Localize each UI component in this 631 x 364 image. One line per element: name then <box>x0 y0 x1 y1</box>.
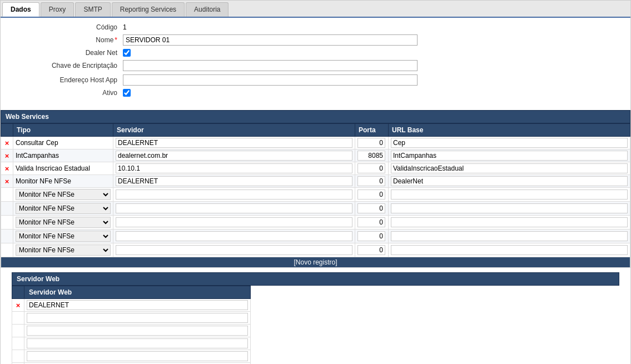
codigo-value: 1 <box>123 23 127 31</box>
ws-tipo-cell: Monitor NFe NFSe <box>13 188 113 202</box>
dealernet-row: Dealer Net <box>12 49 619 57</box>
ws-servidor-cell <box>113 216 355 230</box>
chave-label: Chave de Encriptação <box>12 62 123 69</box>
tab-bar: Dados Proxy SMTP Reporting Services Audi… <box>1 1 630 18</box>
sw-remove-cell <box>12 337 24 350</box>
sw-remove-cell <box>12 325 24 337</box>
sw-value-cell <box>24 312 251 325</box>
sw-table-row <box>12 312 251 325</box>
form-area: Código 1 Nome* Dealer Net Chave de Encri… <box>1 18 630 106</box>
ws-url-cell <box>389 162 630 175</box>
ws-url-input[interactable] <box>391 231 628 241</box>
ws-tipo-cell: Monitor NFe NFSe <box>13 175 113 188</box>
chave-input[interactable] <box>123 60 418 71</box>
ws-url-input[interactable] <box>391 203 628 213</box>
ws-url-input[interactable] <box>391 190 628 200</box>
ws-table-row: Monitor NFe NFSe <box>1 216 630 230</box>
sw-col-servidor: Servidor Web <box>24 286 251 299</box>
ws-table-row: Monitor NFe NFSe <box>1 202 630 216</box>
ws-porta-input[interactable] <box>357 151 385 161</box>
servidor-web-header: Servidor Web <box>12 272 619 286</box>
codigo-label: Código <box>12 23 123 31</box>
ws-url-input[interactable] <box>391 176 628 186</box>
servidor-web-table: Servidor Web ×[Novo registro] <box>12 286 251 364</box>
sw-remove-cell <box>12 350 24 363</box>
sw-value-cell <box>24 299 251 312</box>
ws-url-cell <box>389 216 630 230</box>
ws-url-cell <box>389 137 630 149</box>
sw-value-input[interactable] <box>27 313 248 323</box>
ws-servidor-cell <box>113 175 355 188</box>
sw-value-input[interactable] <box>27 351 248 361</box>
ws-table-row: ×Monitor NFe NFSe <box>1 175 630 188</box>
ativo-row: Ativo <box>12 89 619 97</box>
ws-url-cell <box>389 230 630 243</box>
sw-table-row <box>12 337 251 350</box>
ws-remove-cell <box>1 202 13 216</box>
chave-row: Chave de Encriptação <box>12 60 619 71</box>
ws-url-input[interactable] <box>391 245 628 255</box>
ws-tipo-select[interactable]: Monitor NFe NFSe <box>16 231 111 242</box>
ws-servidor-input[interactable] <box>116 217 352 227</box>
ws-porta-input[interactable] <box>357 190 385 200</box>
ws-url-cell <box>389 149 630 162</box>
endereco-input[interactable] <box>123 74 418 86</box>
ws-servidor-cell <box>113 243 355 257</box>
ws-porta-input[interactable] <box>357 245 385 255</box>
ws-tipo-cell: Valida Inscricao Estadual <box>13 162 113 175</box>
remove-icon[interactable]: × <box>5 152 9 160</box>
remove-icon[interactable]: × <box>5 139 9 147</box>
ws-servidor-input[interactable] <box>116 190 352 200</box>
ws-url-cell <box>389 202 630 216</box>
ws-porta-input[interactable] <box>357 176 385 186</box>
sw-value-input[interactable] <box>27 338 248 348</box>
ws-servidor-input[interactable] <box>116 163 352 173</box>
ws-remove-cell: × <box>1 149 13 162</box>
ws-col-tipo: Tipo <box>13 124 113 137</box>
remove-icon[interactable]: × <box>16 301 21 310</box>
ws-servidor-input[interactable] <box>116 138 352 148</box>
ws-tipo-select[interactable]: Monitor NFe NFSe <box>16 203 111 214</box>
remove-icon[interactable]: × <box>5 177 9 186</box>
dealernet-checkbox[interactable] <box>123 49 131 57</box>
ws-servidor-input[interactable] <box>116 176 352 186</box>
sw-value-input[interactable] <box>27 326 248 336</box>
sw-table-body: ×[Novo registro] <box>12 299 251 365</box>
ws-porta-input[interactable] <box>357 163 385 173</box>
tab-proxy[interactable]: Proxy <box>41 2 74 17</box>
tab-reporting[interactable]: Reporting Services <box>112 2 185 17</box>
sw-value-input[interactable] <box>27 300 248 310</box>
ativo-label: Ativo <box>12 89 123 97</box>
ws-servidor-input[interactable] <box>116 245 352 255</box>
remove-icon[interactable]: × <box>5 164 9 173</box>
ws-servidor-input[interactable] <box>116 151 352 161</box>
tab-auditoria[interactable]: Auditoria <box>186 2 228 17</box>
ws-porta-input[interactable] <box>357 203 385 213</box>
tab-smtp[interactable]: SMTP <box>75 2 110 17</box>
ws-new-record-label[interactable]: [Novo registro] <box>1 257 630 268</box>
ws-porta-cell <box>355 162 389 175</box>
ws-url-input[interactable] <box>391 217 628 227</box>
ws-tipo-select[interactable]: Monitor NFe NFSe <box>16 217 111 228</box>
ws-col-remove <box>1 124 13 137</box>
ws-servidor-input[interactable] <box>116 231 352 241</box>
nome-input[interactable] <box>123 34 418 46</box>
tab-dados[interactable]: Dados <box>2 2 39 17</box>
ws-tipo-select[interactable]: Monitor NFe NFSe <box>16 189 111 200</box>
ws-col-url: URL Base <box>389 124 630 137</box>
ativo-checkbox[interactable] <box>123 89 131 97</box>
ws-url-input[interactable] <box>391 163 628 173</box>
endereco-row: Endereço Host App <box>12 74 619 86</box>
ws-url-cell <box>389 175 630 188</box>
codigo-row: Código 1 <box>12 23 619 31</box>
ws-new-record-row[interactable]: [Novo registro] <box>1 257 630 268</box>
ws-porta-input[interactable] <box>357 138 385 148</box>
ws-porta-cell <box>355 216 389 230</box>
ws-url-input[interactable] <box>391 151 628 161</box>
ws-table-row: Monitor NFe NFSe <box>1 243 630 257</box>
ws-tipo-select[interactable]: Monitor NFe NFSe <box>16 245 111 256</box>
ws-porta-input[interactable] <box>357 231 385 241</box>
ws-servidor-input[interactable] <box>116 203 352 213</box>
ws-porta-input[interactable] <box>357 217 385 227</box>
ws-url-input[interactable] <box>391 138 628 148</box>
